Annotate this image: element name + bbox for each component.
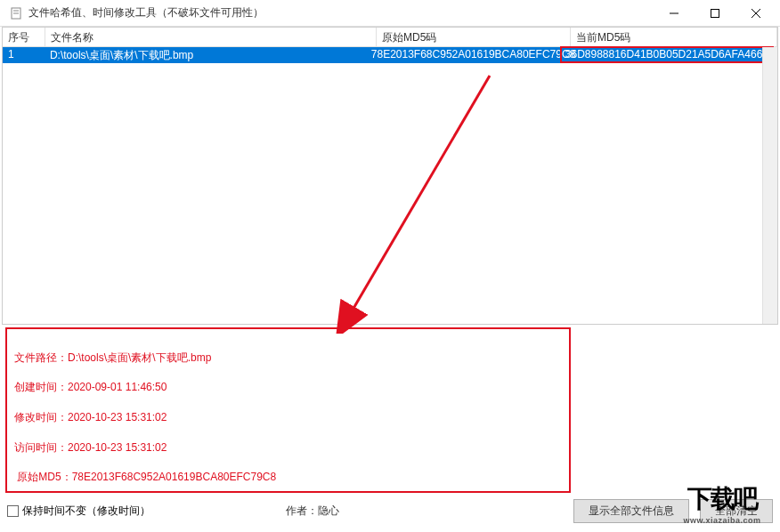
author-label: 作者：隐心 bbox=[286, 504, 339, 519]
show-all-info-button[interactable]: 显示全部文件信息 bbox=[573, 499, 689, 523]
window-title: 文件哈希值、时间修改工具（不破坏文件可用性） bbox=[28, 5, 654, 20]
checkbox-icon bbox=[7, 505, 19, 517]
info-create: 创建时间：2020-09-01 11:46:50 bbox=[14, 380, 562, 394]
bottom-toolbar: 保持时间不变（修改时间） 作者：隐心 显示全部文件信息 全部清空 bbox=[0, 496, 780, 527]
clear-all-button[interactable]: 全部清空 bbox=[700, 499, 773, 523]
close-button[interactable] bbox=[735, 0, 776, 27]
table-row[interactable]: 1 D:\tools\桌面\素材\下载吧.bmp 78E2013F68C952A… bbox=[3, 47, 777, 63]
cell-name: D:\tools\桌面\素材\下载吧.bmp bbox=[45, 47, 366, 63]
col-seq[interactable]: 序号 bbox=[3, 28, 45, 46]
svg-rect-4 bbox=[711, 9, 719, 17]
cell-seq: 1 bbox=[3, 47, 45, 63]
maximize-button[interactable] bbox=[695, 0, 735, 27]
cell-orig-md5: 78E2013F68C952A01619BCA80EFC79C8 bbox=[366, 47, 560, 63]
info-path: 文件路径：D:\tools\桌面\素材\下载吧.bmp bbox=[14, 351, 562, 365]
keep-time-checkbox[interactable]: 保持时间不变（修改时间） bbox=[7, 504, 150, 519]
table-scrollbar[interactable] bbox=[762, 47, 777, 324]
keep-time-label: 保持时间不变（修改时间） bbox=[22, 504, 150, 519]
window-titlebar: 文件哈希值、时间修改工具（不破坏文件可用性） bbox=[0, 0, 780, 27]
cell-curr-md5: 36D8988816D41B0B05D21A5D6AFA4660 bbox=[560, 46, 774, 63]
app-icon bbox=[9, 6, 23, 20]
info-access: 访问时间：2020-10-23 15:31:02 bbox=[14, 440, 562, 455]
info-modify: 修改时间：2020-10-23 15:31:02 bbox=[14, 410, 562, 424]
col-orig-md5[interactable]: 原始MD5码 bbox=[377, 28, 571, 46]
window-controls bbox=[654, 0, 776, 27]
minimize-button[interactable] bbox=[654, 0, 695, 27]
file-info-panel: 文件路径：D:\tools\桌面\素材\下载吧.bmp 创建时间：2020-09… bbox=[5, 327, 571, 493]
col-curr-md5[interactable]: 当前MD5码 bbox=[571, 28, 777, 46]
file-table: 序号 文件名称 原始MD5码 当前MD5码 1 D:\tools\桌面\素材\下… bbox=[2, 27, 778, 325]
table-header: 序号 文件名称 原始MD5码 当前MD5码 bbox=[3, 28, 777, 47]
info-orig-md5: 原始MD5：78E2013F68C952A01619BCA80EFC79C8 bbox=[14, 470, 562, 484]
col-name[interactable]: 文件名称 bbox=[45, 28, 377, 46]
